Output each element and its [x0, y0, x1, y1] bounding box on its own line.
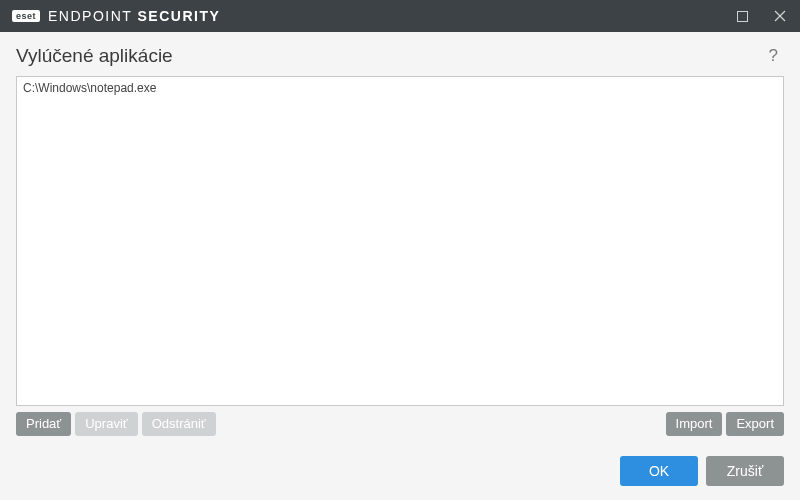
left-actions: Pridať Upraviť Odstrániť [16, 412, 216, 436]
product-name-bold: SECURITY [138, 8, 221, 24]
content-area: Vylúčené aplikácie ? C:\Windows\notepad.… [0, 32, 800, 500]
cancel-button[interactable]: Zrušiť [706, 456, 784, 486]
list-item[interactable]: C:\Windows\notepad.exe [17, 77, 783, 99]
product-name: ENDPOINT SECURITY [48, 8, 220, 24]
brand-logo: eset [12, 10, 40, 22]
excluded-apps-list[interactable]: C:\Windows\notepad.exe [16, 76, 784, 406]
maximize-button[interactable] [730, 4, 754, 28]
window-controls [730, 4, 792, 28]
page-title: Vylúčené aplikácie [16, 45, 173, 67]
ok-button[interactable]: OK [620, 456, 698, 486]
product-name-light: ENDPOINT [48, 8, 137, 24]
close-icon [774, 10, 786, 22]
brand: eset ENDPOINT SECURITY [12, 8, 220, 24]
export-button[interactable]: Export [726, 412, 784, 436]
help-icon[interactable]: ? [763, 44, 784, 68]
import-button[interactable]: Import [666, 412, 723, 436]
titlebar: eset ENDPOINT SECURITY [0, 0, 800, 32]
edit-button[interactable]: Upraviť [75, 412, 137, 436]
svg-rect-0 [737, 11, 747, 21]
dialog-footer: OK Zrušiť [16, 456, 784, 486]
delete-button[interactable]: Odstrániť [142, 412, 216, 436]
right-actions: Import Export [666, 412, 784, 436]
header-row: Vylúčené aplikácie ? [16, 44, 784, 68]
close-button[interactable] [768, 4, 792, 28]
list-actions-row: Pridať Upraviť Odstrániť Import Export [16, 412, 784, 436]
add-button[interactable]: Pridať [16, 412, 71, 436]
maximize-icon [737, 11, 748, 22]
